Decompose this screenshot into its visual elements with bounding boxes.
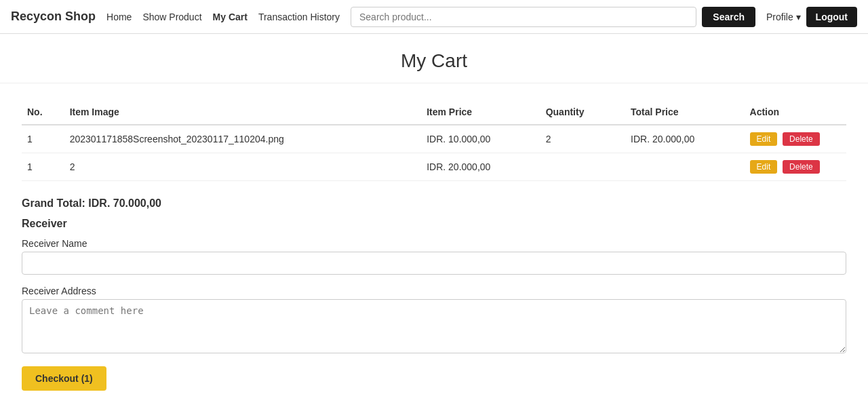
navbar-right: Profile ▾ Logout — [766, 7, 857, 27]
cell-no: 1 — [22, 153, 64, 181]
th-action: Action — [745, 100, 846, 125]
table-row: 1 202301171858Screenshot_20230117_110204… — [22, 125, 846, 153]
navbar-search: Search — [351, 7, 755, 27]
search-input[interactable] — [351, 7, 696, 27]
search-button[interactable]: Search — [702, 7, 755, 27]
cell-item-price: IDR. 20.000,00 — [421, 153, 540, 181]
nav-my-cart[interactable]: My Cart — [213, 12, 248, 22]
cell-action: Edit Delete — [745, 125, 846, 153]
nav-home[interactable]: Home — [106, 12, 132, 22]
cell-item-price: IDR. 10.000,00 — [421, 125, 540, 153]
logout-button[interactable]: Logout — [806, 7, 857, 27]
receiver-name-label: Receiver Name — [22, 238, 846, 249]
navbar-brand: Recycon Shop — [11, 9, 96, 24]
th-no: No. — [22, 100, 64, 125]
th-total-price: Total Price — [625, 100, 745, 125]
main-content: No. Item Image Item Price Quantity Total… — [0, 83, 868, 407]
page-title-section: My Cart — [0, 34, 868, 83]
profile-label: Profile — [766, 12, 793, 22]
profile-button[interactable]: Profile ▾ — [766, 12, 801, 22]
edit-button[interactable]: Edit — [750, 132, 778, 146]
receiver-address-textarea[interactable] — [22, 299, 846, 353]
delete-button[interactable]: Delete — [783, 132, 820, 146]
cell-total-price — [625, 153, 745, 181]
cell-action: Edit Delete — [745, 153, 846, 181]
receiver-title: Receiver — [22, 218, 846, 230]
cell-total-price: IDR. 20.000,00 — [625, 125, 745, 153]
cell-quantity: 2 — [540, 125, 625, 153]
th-quantity: Quantity — [540, 100, 625, 125]
table-row: 1 2 IDR. 20.000,00 Edit Delete — [22, 153, 846, 181]
table-header-row: No. Item Image Item Price Quantity Total… — [22, 100, 846, 125]
receiver-name-input[interactable] — [22, 252, 846, 275]
nav-transaction-history[interactable]: Transaction History — [258, 12, 340, 22]
grand-total: Grand Total: IDR. 70.000,00 — [22, 197, 846, 210]
navbar-links: Home Show Product My Cart Transaction Hi… — [106, 12, 340, 22]
cell-no: 1 — [22, 125, 64, 153]
delete-button[interactable]: Delete — [783, 160, 820, 174]
profile-chevron-icon: ▾ — [796, 12, 801, 22]
cell-item-image: 2 — [64, 153, 422, 181]
receiver-address-label: Receiver Address — [22, 286, 846, 296]
th-item-image: Item Image — [64, 100, 422, 125]
page-title: My Cart — [0, 50, 868, 72]
edit-button[interactable]: Edit — [750, 160, 778, 174]
cell-item-image: 202301171858Screenshot_20230117_110204.p… — [64, 125, 422, 153]
checkout-button[interactable]: Checkout (1) — [22, 366, 106, 391]
nav-show-product[interactable]: Show Product — [142, 12, 201, 22]
navbar: Recycon Shop Home Show Product My Cart T… — [0, 0, 868, 34]
th-item-price: Item Price — [421, 100, 540, 125]
cart-table: No. Item Image Item Price Quantity Total… — [22, 100, 846, 181]
cell-quantity — [540, 153, 625, 181]
